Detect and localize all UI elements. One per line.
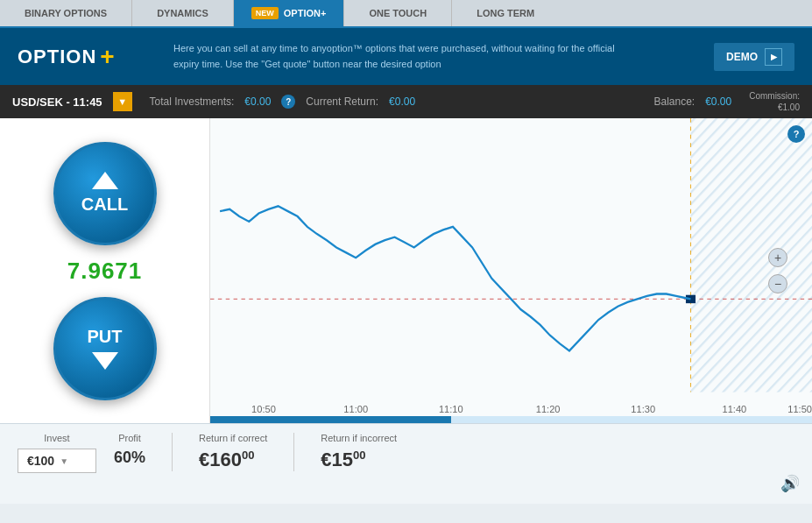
question-icon[interactable]: ? [281,95,295,109]
price-display: 7.9671 [67,258,143,285]
call-arrow-up [92,172,118,189]
logo-plus-icon: + [100,43,114,71]
chart-area: ? + − [210,118,812,423]
zoom-controls: + − [768,248,787,293]
logo: OPTION + [18,43,158,71]
call-button[interactable]: CALL [53,142,157,245]
profit-value: 60% [114,449,145,467]
logo-text: OPTION [18,46,96,68]
svg-text:11:20: 11:20 [536,404,561,414]
return-correct-section: Return if correct €16000 [172,433,267,471]
current-return-label: Current Return: [306,95,378,108]
return-correct-value: €16000 [199,449,267,471]
svg-text:11:50: 11:50 [787,404,812,414]
nav-item-dynamics[interactable]: DYNAMICS [132,0,234,26]
play-icon: ▶ [765,48,782,66]
main-content: CALL 7.9671 PUT ? + − [0,118,812,423]
svg-text:10:50: 10:50 [251,404,276,414]
balance-label: Balance: [653,95,695,108]
dropdown-button[interactable]: ▼ [113,92,132,111]
invest-section: Invest €100 ▼ [18,433,96,473]
svg-text:11:00: 11:00 [343,404,368,414]
chart-help-icon[interactable]: ? [787,125,805,143]
svg-text:11:40: 11:40 [722,404,746,414]
profit-label: Profit [114,433,145,443]
svg-rect-1 [690,118,812,392]
instrument-name: USD/SEK - 11:45 [12,95,102,109]
return-correct-label: Return if correct [199,433,267,443]
trading-panel: CALL 7.9671 PUT [0,118,210,423]
chart-scrollbar-thumb[interactable] [210,416,451,423]
put-button[interactable]: PUT [53,297,157,400]
balance-value: €0.00 [705,95,731,108]
invest-input[interactable]: €100 ▼ [18,449,96,473]
total-investments-label: Total Investments: [150,95,235,108]
top-nav: BINARY OPTIONS DYNAMICS NEW OPTION+ ONE … [0,0,812,28]
total-investments-value: €0.00 [244,95,271,108]
zoom-out-button[interactable]: − [768,274,787,293]
nav-item-long-term[interactable]: LONG TERM [452,0,559,26]
zoom-in-button[interactable]: + [768,248,787,267]
bottom-panel: Invest €100 ▼ Profit 60% Return if corre… [0,423,812,504]
put-arrow-down [92,352,118,370]
speaker-icon[interactable]: 🔊 [780,474,800,493]
return-incorrect-label: Return if incorrect [321,433,397,443]
header: OPTION + Here you can sell at any time t… [0,28,812,85]
nav-item-one-touch[interactable]: ONE TOUCH [344,0,452,26]
chart-scrollbar[interactable] [210,416,812,423]
svg-text:11:10: 11:10 [439,404,463,414]
demo-button[interactable]: DEMO ▶ [714,43,794,71]
header-description: Here you can sell at any time to anyopti… [173,41,698,72]
commission: Commission: €1.00 [749,90,800,113]
invest-label: Invest [18,433,96,443]
nav-item-option-plus[interactable]: NEW OPTION+ [234,0,345,26]
return-incorrect-value: €1500 [321,449,397,471]
current-return-value: €0.00 [389,95,415,108]
call-label: CALL [81,194,128,215]
price-chart: 10:50 11:00 11:10 11:20 11:30 11:40 11:5… [210,118,812,423]
put-label: PUT [88,327,123,347]
invest-dropdown-icon: ▼ [60,456,68,466]
nav-item-binary-options[interactable]: BINARY OPTIONS [0,0,132,26]
return-incorrect-section: Return if incorrect €1500 [293,433,397,471]
new-badge: NEW [251,7,279,19]
instrument-bar: USD/SEK - 11:45 ▼ Total Investments: €0.… [0,85,812,118]
svg-text:11:30: 11:30 [631,404,655,414]
profit-section: Profit 60% [114,433,145,467]
